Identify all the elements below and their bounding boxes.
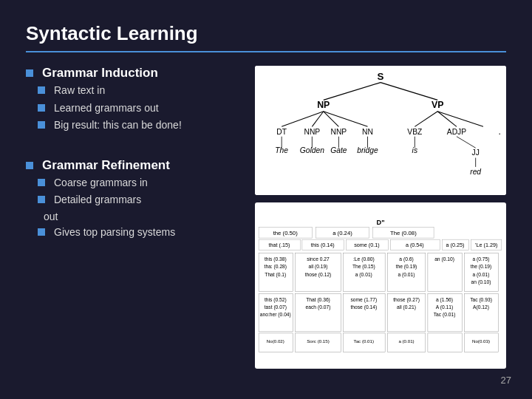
svg-text:a (0.25): a (0.25) bbox=[446, 242, 465, 248]
svg-text:a (0.6): a (0.6) bbox=[399, 256, 413, 262]
grammar-induction-section: Grammar Induction Raw text in Learned gr… bbox=[26, 66, 248, 136]
svg-text:since 0.27: since 0.27 bbox=[307, 256, 330, 262]
svg-text:VBZ: VBZ bbox=[407, 128, 422, 136]
svg-text:That (0.1): That (0.1) bbox=[265, 272, 286, 278]
svg-text:some (0.1): some (0.1) bbox=[354, 242, 379, 248]
svg-rect-0 bbox=[255, 66, 506, 195]
svg-text:Sorc (0.15): Sorc (0.15) bbox=[307, 338, 330, 344]
svg-text:The (0.08): The (0.08) bbox=[390, 230, 417, 236]
tree-svg: S NP VP bbox=[255, 66, 506, 195]
svg-text:VP: VP bbox=[432, 100, 443, 110]
section-bullet-icon bbox=[26, 69, 33, 77]
svg-text:NN: NN bbox=[362, 128, 373, 136]
svg-text:red: red bbox=[470, 168, 481, 176]
bullet-icon bbox=[38, 196, 45, 203]
svg-text:a (0.75): a (0.75) bbox=[472, 256, 489, 262]
left-panel: Grammar Induction Raw text in Learned gr… bbox=[26, 66, 248, 369]
slide-number: 27 bbox=[501, 375, 511, 386]
svg-text:an (0.10): an (0.10) bbox=[471, 279, 491, 285]
svg-text:No(0.03): No(0.03) bbox=[472, 338, 490, 344]
section-bullet-icon bbox=[26, 162, 33, 169]
svg-text:.: . bbox=[499, 126, 501, 137]
bullet-icon bbox=[38, 121, 45, 129]
svg-text:tast (0.07): tast (0.07) bbox=[265, 304, 287, 310]
svg-text:those (0.27): those (0.27) bbox=[393, 297, 420, 303]
svg-text:No(0.02): No(0.02) bbox=[267, 338, 284, 344]
bullet-icon bbox=[38, 179, 45, 186]
svg-text:That (0.36): That (0.36) bbox=[306, 297, 330, 303]
svg-text:all (0.19): all (0.19) bbox=[308, 264, 327, 270]
grammar-refinement-section: Grammar Refinement Coarse grammars in De… bbox=[26, 158, 248, 243]
grammar-refinement-header: Grammar Refinement bbox=[26, 158, 248, 173]
svg-text:JJ: JJ bbox=[472, 149, 480, 157]
svg-text:The (0.15): The (0.15) bbox=[352, 264, 375, 270]
svg-text:some (1.77): some (1.77) bbox=[350, 297, 377, 303]
refinement-diagram: D" the (0.50) a (0.24) The (0.08) that (… bbox=[255, 202, 506, 369]
grammar-induction-header: Grammar Induction bbox=[26, 66, 248, 81]
svg-text:S: S bbox=[378, 71, 384, 82]
svg-text:this (0.52): this (0.52) bbox=[265, 297, 287, 303]
list-item: Gives top parsing systems bbox=[38, 225, 248, 240]
svg-text:ADJP: ADJP bbox=[447, 128, 466, 136]
svg-text:a (0.54): a (0.54) bbox=[406, 242, 424, 248]
svg-text:a (1.56): a (1.56) bbox=[436, 297, 453, 303]
svg-text:A (0.11): A (0.11) bbox=[436, 304, 453, 310]
svg-text:the (0.50): the (0.50) bbox=[273, 230, 298, 236]
svg-text:'Le (1.29): 'Le (1.29) bbox=[475, 242, 497, 248]
svg-text:each (0.07): each (0.07) bbox=[306, 304, 331, 310]
bullet-icon bbox=[38, 228, 45, 236]
svg-text:that (.15): that (.15) bbox=[269, 242, 290, 248]
right-panel: S NP VP bbox=[255, 66, 506, 369]
svg-text:a (0.01): a (0.01) bbox=[355, 272, 372, 278]
svg-text:a (0.01): a (0.01) bbox=[472, 272, 489, 278]
svg-text:NNP: NNP bbox=[331, 128, 347, 136]
svg-text:Tac (0.01): Tac (0.01) bbox=[434, 312, 456, 318]
list-item: Big result: this can be done! bbox=[38, 118, 248, 133]
svg-text:NNP: NNP bbox=[304, 128, 320, 136]
svg-text:the (0.19): the (0.19) bbox=[471, 264, 492, 270]
svg-text:a (0.24): a (0.24) bbox=[332, 230, 352, 236]
svg-text:this (0.38): this (0.38) bbox=[265, 256, 287, 262]
slide-title: Syntactic Learning bbox=[26, 22, 506, 52]
svg-text:DT: DT bbox=[276, 128, 287, 136]
svg-text:those (0.14): those (0.14) bbox=[350, 304, 377, 310]
svg-text:the (0.19): the (0.19) bbox=[396, 264, 417, 270]
out-label: out bbox=[44, 211, 248, 222]
content-area: Grammar Induction Raw text in Learned gr… bbox=[26, 66, 506, 369]
svg-text:a (0.01): a (0.01) bbox=[398, 272, 415, 278]
svg-text:all (0.21): all (0.21) bbox=[397, 304, 416, 310]
svg-text:Tac (0.01): Tac (0.01) bbox=[354, 338, 374, 344]
svg-text:an (0.10): an (0.10) bbox=[434, 256, 454, 262]
svg-text::Le (0.80): :Le (0.80) bbox=[353, 256, 375, 262]
bullet-icon bbox=[38, 104, 45, 112]
svg-text:D": D" bbox=[376, 219, 384, 226]
svg-text:tha: (0.28): tha: (0.28) bbox=[265, 264, 287, 270]
list-item: Raw text in bbox=[38, 83, 248, 98]
table-svg: D" the (0.50) a (0.24) The (0.08) that (… bbox=[255, 202, 506, 369]
svg-text:A(0.12): A(0.12) bbox=[473, 304, 489, 310]
svg-text:ano:her (0.04): ano:her (0.04) bbox=[260, 312, 291, 318]
list-item: Coarse grammars in bbox=[38, 176, 248, 191]
bullet-icon bbox=[38, 86, 45, 94]
svg-text:a (0.01): a (0.01) bbox=[398, 338, 414, 344]
list-item: Detailed grammars bbox=[38, 193, 248, 208]
svg-text:NP: NP bbox=[317, 100, 330, 110]
list-item: Learned grammars out bbox=[38, 101, 248, 116]
slide: Syntactic Learning Grammar Induction Raw… bbox=[7, 7, 525, 392]
svg-text:those (0.12): those (0.12) bbox=[305, 272, 332, 278]
svg-text:this (0.14): this (0.14) bbox=[311, 242, 335, 248]
parse-tree-diagram: S NP VP bbox=[255, 66, 506, 195]
svg-text:Tac (0.93): Tac (0.93) bbox=[470, 297, 492, 303]
